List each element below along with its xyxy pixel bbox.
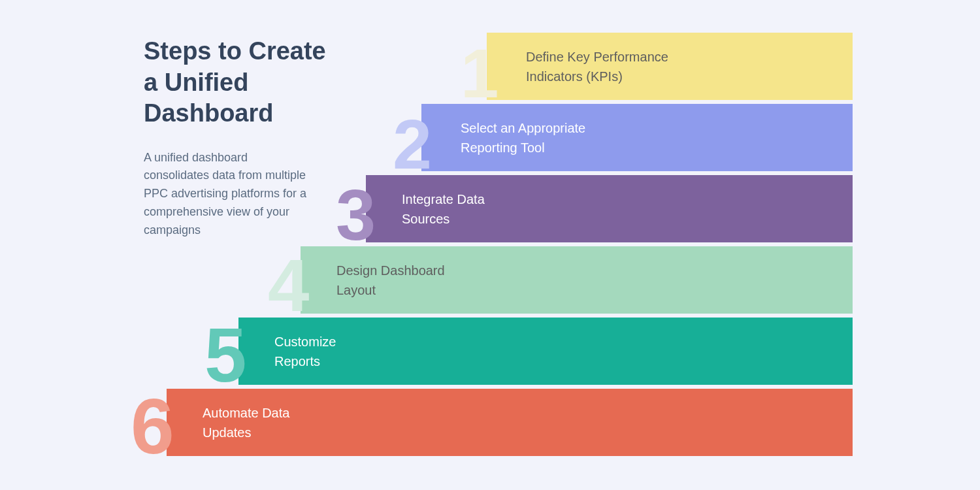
step-number: 1 [461, 46, 497, 101]
step-row: 2Select an Appropriate Reporting Tool [421, 104, 853, 171]
step-number: 2 [393, 116, 430, 172]
step-number: 6 [131, 395, 172, 457]
step-number: 3 [336, 186, 374, 244]
step-label: Integrate Data Sources [402, 189, 506, 229]
step-row: 5Customize Reports [238, 318, 853, 385]
step-label: Automate Data Updates [203, 403, 307, 442]
step-number: 4 [268, 255, 307, 315]
step-row: 4Design Dashboard Layout [301, 246, 853, 314]
step-label: Define Key Performance Indicators (KPIs) [526, 47, 696, 86]
step-label: Select an Appropriate Reporting Tool [461, 118, 611, 157]
step-row: 3Integrate Data Sources [366, 175, 853, 242]
step-label: Customize Reports [274, 332, 353, 371]
step-label: Design Dashboard Layout [336, 261, 461, 300]
step-row: 6Automate Data Updates [167, 389, 853, 456]
step-list: 1Define Key Performance Indicators (KPIs… [134, 33, 853, 464]
step-row: 1Define Key Performance Indicators (KPIs… [487, 33, 853, 100]
step-number: 5 [204, 325, 245, 386]
